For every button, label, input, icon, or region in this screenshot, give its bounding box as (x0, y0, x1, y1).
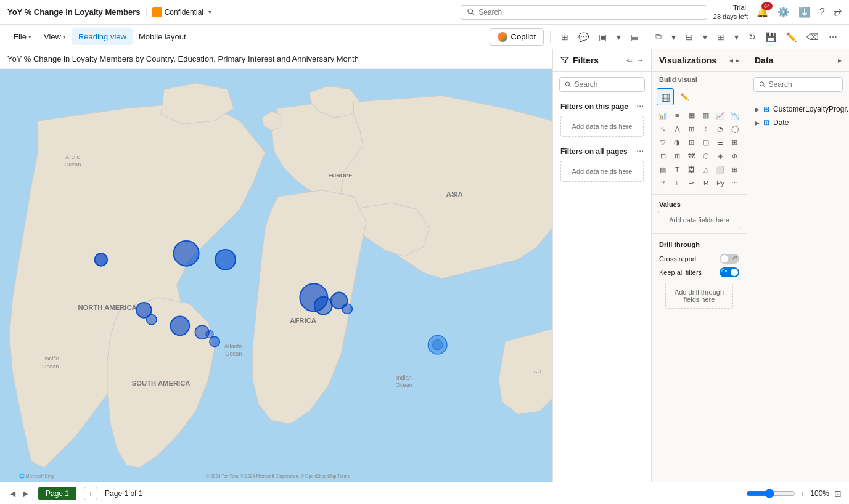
visual-icon[interactable]: ⊟ (681, 29, 697, 45)
slicer-icon[interactable]: ▤ (657, 163, 669, 176)
ribbon-chart-icon[interactable]: ⋀ (671, 123, 683, 135)
data-expand-icon[interactable]: ▸ (838, 56, 842, 65)
filled-map-icon[interactable]: ⬡ (700, 150, 712, 162)
viz-add-data-box[interactable]: Add data fields here (658, 211, 740, 229)
keep-all-filters-row: Keep all filters On (659, 266, 739, 279)
visual2-dropdown-icon[interactable]: ▾ (730, 29, 743, 45)
filters-more-icon[interactable]: → (636, 56, 644, 65)
pencil-icon[interactable]: ✏️ (782, 29, 801, 45)
search-input[interactable] (478, 8, 700, 17)
zoom-slider[interactable] (746, 489, 795, 498)
comment-icon[interactable]: 💬 (574, 29, 593, 45)
column-chart-icon[interactable]: 📈 (714, 109, 726, 121)
settings-button[interactable]: ⚙️ (777, 6, 790, 18)
fit-page-button[interactable]: ⊡ (834, 489, 842, 498)
donut-icon[interactable]: ◯ (729, 123, 741, 135)
pie-icon[interactable]: ◔ (714, 123, 726, 135)
text-box-icon[interactable]: ▣ (594, 29, 611, 45)
qa-icon[interactable]: ? (657, 177, 669, 189)
status-bar: ◀ ▶ Page 1 + Page 1 of 1 − + 100% ⊡ (0, 482, 849, 504)
viz-expand-icon[interactable]: ◂ (729, 56, 733, 65)
text-box-viz-icon[interactable]: T (671, 163, 683, 176)
gauge-icon[interactable]: ◑ (671, 136, 683, 148)
add-page-button[interactable]: + (84, 487, 97, 500)
keep-filters-toggle[interactable]: On (720, 267, 739, 277)
funnel-icon[interactable]: ▽ (657, 136, 669, 148)
image-icon[interactable]: 🖼 (686, 163, 698, 176)
notification-button[interactable]: 🔔 64 (757, 6, 769, 18)
copy-dropdown-icon[interactable]: ▾ (667, 29, 680, 45)
bar-chart-icon[interactable]: 📊 (657, 109, 669, 121)
r-visual-icon[interactable]: R (700, 177, 712, 189)
text-dropdown-icon[interactable]: ▾ (612, 29, 625, 45)
values-label: Values (652, 197, 747, 211)
line-chart-icon[interactable]: 📉 (729, 109, 741, 121)
shapes-icon[interactable]: △ (700, 163, 712, 176)
python-visual-icon[interactable]: Py (714, 177, 726, 189)
data-tree-item-0[interactable]: ▶ ⊞ CustomerLoyaltyProgr... (747, 102, 849, 116)
data-search-input[interactable] (769, 80, 837, 89)
copy-icon[interactable]: ⧉ (651, 28, 666, 45)
filters-expand-icon[interactable]: ⇐ (626, 56, 633, 65)
help-button[interactable]: ? (819, 7, 825, 18)
table-icon[interactable]: ⊞ (729, 136, 741, 148)
share-button[interactable]: ⇄ (834, 6, 842, 18)
card-icon[interactable]: ▢ (700, 136, 712, 148)
treemap-icon[interactable]: ⊞ (671, 150, 683, 162)
shape-map-icon[interactable]: ◈ (714, 150, 726, 162)
toggle-on-label: On (721, 269, 727, 273)
zoom-plus-button[interactable]: + (800, 489, 805, 498)
reading-view-button[interactable]: Reading view (72, 28, 133, 45)
smart-narrative-icon[interactable]: ⊞ (729, 163, 741, 176)
zoom-minus-button[interactable]: − (736, 489, 741, 498)
table-visual-icon[interactable]: ▦ (657, 88, 674, 105)
map-icon[interactable]: 🗺 (686, 150, 698, 162)
viz-more-icon[interactable]: ▸ (736, 56, 739, 65)
copilot-button[interactable]: Copilot (490, 28, 544, 46)
filters-page-more-icon[interactable]: ⋯ (636, 102, 644, 111)
stacked-bar-icon[interactable]: ▦ (686, 109, 698, 121)
kpi-icon[interactable]: ⊡ (686, 136, 698, 148)
filters-all-more-icon[interactable]: ⋯ (636, 147, 644, 156)
reading-pane-icon[interactable]: ▤ (626, 29, 643, 45)
title-dropdown-icon[interactable]: ▾ (208, 9, 211, 15)
visual2-icon[interactable]: ⊞ (713, 29, 729, 45)
download-button[interactable]: ⬇️ (798, 6, 811, 18)
file-menu[interactable]: File ▾ (7, 28, 38, 45)
binoculars-icon[interactable]: ⊞ (557, 29, 573, 45)
button-icon[interactable]: ⬜ (714, 163, 726, 176)
mobile-layout-button[interactable]: Mobile layout (133, 28, 192, 45)
decomp-tree-icon[interactable]: ⊤ (671, 177, 683, 189)
matrix-icon[interactable]: ⊟ (657, 150, 669, 162)
drill-add-box[interactable]: Add drill through fields here (665, 283, 733, 309)
view-menu[interactable]: View ▾ (38, 28, 72, 45)
filter-search-input[interactable] (574, 80, 639, 89)
filter-add-all-box[interactable]: Add data fields here (560, 161, 644, 182)
eraser-icon[interactable]: ⌫ (802, 29, 823, 45)
top-search-bar[interactable] (461, 5, 707, 20)
clustered-bar-icon[interactable]: ≡ (671, 109, 683, 121)
save-icon[interactable]: 💾 (761, 29, 781, 45)
more-icon[interactable]: ⋯ (824, 29, 842, 45)
page-tab[interactable]: Page 1 (38, 487, 76, 500)
data-item-label-0: CustomerLoyaltyProgr... (773, 105, 849, 113)
refresh-icon[interactable]: ↻ (744, 29, 760, 45)
multi-row-card-icon[interactable]: ☰ (714, 136, 726, 148)
cross-report-toggle[interactable]: Off (720, 254, 739, 264)
waterfall-icon[interactable]: ⊞ (686, 123, 698, 135)
stacked-bar2-icon[interactable]: ▥ (700, 109, 712, 121)
data-tree-item-1[interactable]: ▶ ⊞ Date (747, 116, 849, 129)
prev-page-button[interactable]: ◀ (7, 488, 18, 499)
filter-search-box[interactable] (559, 77, 645, 92)
key-influencers-icon[interactable]: ⊸ (686, 177, 698, 189)
scatter-icon[interactable]: ⁝ (700, 123, 712, 135)
next-page-button[interactable]: ▶ (20, 488, 31, 499)
visual-dropdown-icon[interactable]: ▾ (699, 29, 712, 45)
azure-map-icon[interactable]: ⊕ (729, 150, 741, 162)
data-search-box[interactable] (753, 77, 843, 92)
edit-visual-icon[interactable]: ✏️ (676, 88, 694, 105)
area-chart-icon[interactable]: ∿ (657, 123, 669, 135)
more-visuals-icon[interactable]: ⋯ (729, 177, 741, 189)
map-container[interactable]: NORTH AMERICA EUROPE ASIA AFRICA SOUTH A… (0, 69, 552, 482)
filter-add-page-box[interactable]: Add data fields here (560, 116, 644, 137)
